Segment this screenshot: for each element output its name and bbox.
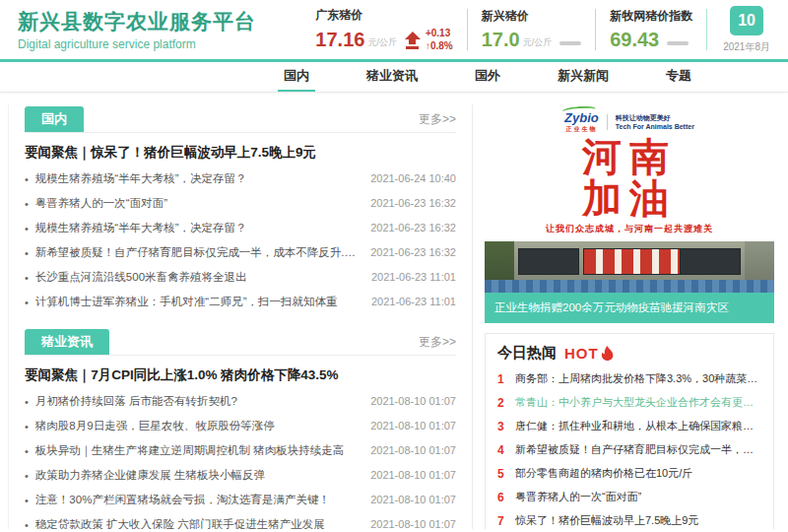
sidebar-column: Zybio 正业生物 科技让动物更美好 Tech For Animals Bet…	[473, 104, 776, 529]
news-item[interactable]: 稳定贷款政策 扩大收入保险 六部门联手促进生猪产业发展 2021-08-10 0…	[25, 512, 456, 529]
news-item[interactable]: 政策助力养猪企业健康发展 生猪板块小幅反弹 2021-08-10 01:07	[25, 463, 456, 488]
ticker-value: 17.16	[315, 29, 364, 51]
banner-headline-line2: 加油	[485, 177, 774, 219]
news-time: 2021-08-10 01:07	[370, 439, 456, 462]
news-time: 2021-08-10 01:07	[370, 513, 456, 529]
nav-tab[interactable]: 专题	[660, 62, 697, 92]
hot-rank: 6	[497, 491, 515, 504]
news-time: 2021-08-10 01:07	[370, 415, 456, 437]
news-column: 国内 更多>> 要闻聚焦｜惊呆了！猪价巨幅波动早上7.5晚上9元 规模生猪养殖场…	[8, 104, 473, 529]
ticker-price-index: 新牧网猪价指数 69.43	[596, 8, 706, 51]
zybio-logo-text: Zybio	[564, 110, 599, 125]
bullet-icon	[25, 438, 35, 463]
nav-tab-label: 国内	[284, 67, 309, 85]
ticker-label: 新兴猪价	[482, 8, 581, 25]
hot-rank: 5	[497, 467, 515, 481]
ticker-change: +0.13 ↑0.8%	[426, 28, 453, 52]
news-time: 2021-08-10 01:07	[370, 489, 456, 511]
news-item[interactable]: 月初猪价持续回落 后市能否有转折契机? 2021-08-10 01:07	[25, 389, 456, 414]
news-item[interactable]: 新希望被质疑！自产仔猪育肥目标仅完成一半，成本不降反升...... 2021-0…	[25, 240, 456, 265]
content-area: 国内 更多>> 要闻聚焦｜惊呆了！猪价巨幅波动早上7.5晚上9元 规模生猪养殖场…	[0, 93, 788, 529]
ticker-value: 69.43	[610, 29, 659, 51]
ticker-unit: 元/公斤	[367, 36, 397, 49]
hot-news-item[interactable]: 2 常青山：中小养户与大型龙头企业合作才会有更大的发展空间	[497, 395, 761, 410]
news-title: 规模生猪养殖场“半年大考核”，决定存留？	[35, 167, 359, 190]
news-item[interactable]: 规模生猪养殖场“半年大考核”，决定存留？ 2021-06-24 10:40	[25, 166, 456, 191]
hot-news-item-title: 惊呆了！猪价巨幅波动早上7.5晚上9元	[515, 513, 698, 528]
news-item[interactable]: 粤晋养猪人的一次“面对面” 2021-06-23 16:32	[25, 191, 456, 216]
flame-icon	[601, 346, 614, 361]
news-item[interactable]: 猪肉股8月9日走强，巨星农牧、牧原股份等涨停 2021-08-10 01:07	[25, 414, 456, 438]
site-subtitle: Digital agriculture service platform	[18, 37, 256, 51]
bullet-icon	[25, 463, 35, 488]
hot-news-list: 1 商务部：上周猪肉批发价格下降3.3%，30种蔬菜也降价 2 常青山：中小养户…	[497, 371, 761, 529]
bullet-icon	[25, 488, 35, 512]
news-item[interactable]: 注意！30%产栏闲置猪场就会亏损，淘汰选育是满产关键！ 2021-08-10 0…	[25, 488, 456, 512]
photo-vaccine-boxes	[583, 248, 684, 275]
news-time: 2021-06-23 11:01	[371, 291, 456, 313]
hot-news-header: 今日热闻 HOT	[497, 344, 761, 363]
more-link[interactable]: 更多>>	[419, 334, 456, 355]
bullet-icon	[25, 414, 35, 438]
photo-truck	[680, 248, 741, 275]
section-headline[interactable]: 要闻聚焦｜7月CPI同比上涨1.0% 猪肉价格下降43.5%	[25, 366, 456, 384]
hot-news-item[interactable]: 5 部分零售商超的猪肉价格已在10元/斤	[497, 466, 761, 481]
news-time: 2021-08-10 01:07	[370, 390, 456, 413]
site-title: 新兴县数字农业服务平台	[18, 8, 256, 35]
bullet-icon	[25, 216, 35, 240]
news-item[interactable]: 板块异动｜生猪生产将建立逆周期调控机制 猪肉板块持续走高 2021-08-10 …	[25, 438, 456, 463]
news-item[interactable]: 规模生猪养殖场“半年大考核”，决定存留？ 2021-06-23 16:32	[25, 216, 456, 240]
site-logo[interactable]: 新兴县数字农业服务平台 Digital agriculture service …	[18, 8, 256, 51]
news-title: 稳定贷款政策 扩大收入保险 六部门联手促进生猪产业发展	[35, 513, 359, 529]
ticker-label: 新牧网猪价指数	[610, 8, 692, 25]
section-headline[interactable]: 要闻聚焦｜惊呆了！猪价巨幅波动早上7.5晚上9元	[25, 144, 456, 162]
ticker-unit: 元/公斤	[523, 36, 553, 49]
news-title: 规模生猪养殖场“半年大考核”，决定存留？	[35, 217, 359, 239]
hot-news-item[interactable]: 1 商务部：上周猪肉批发价格下降3.3%，30种蔬菜也降价	[497, 371, 761, 386]
hot-rank: 2	[497, 396, 515, 410]
hot-news-item[interactable]: 4 新希望被质疑！自产仔猪育肥目标仅完成一半，成本不降反升......	[497, 442, 761, 457]
hot-news-panel: 今日热闻 HOT 1 商务部：上周猪肉批发价格下降3.3%，30种蔬菜也降价 2…	[485, 333, 774, 529]
section-tag[interactable]: 猪业资讯	[25, 329, 109, 355]
section-tag[interactable]: 国内	[25, 106, 84, 132]
hot-news-item-title: 商务部：上周猪肉批发价格下降3.3%，30种蔬菜也降价	[515, 371, 761, 386]
section-pig-industry: 猪业资讯 更多>> 要闻聚焦｜7月CPI同比上涨1.0% 猪肉价格下降43.5%…	[25, 329, 456, 529]
nav-tab[interactable]: 国内	[278, 62, 315, 92]
hot-news-item-title: 常青山：中小养户与大型龙头企业合作才会有更大的发展空间	[515, 395, 761, 410]
ad-banner[interactable]: Zybio 正业生物 科技让动物更美好 Tech For Animals Bet…	[485, 104, 774, 323]
news-item[interactable]: 长沙重点河流沿线500米畜禽养殖将全退出 2021-06-23 11:01	[25, 265, 456, 290]
news-title: 粤晋养猪人的一次“面对面”	[35, 192, 359, 215]
news-title: 政策助力养猪企业健康发展 生猪板块小幅反弹	[35, 464, 359, 487]
banner-slogan: 科技让动物更美好 Tech For Animals Better	[616, 113, 694, 131]
news-time: 2021-06-23 16:32	[370, 192, 456, 215]
news-item[interactable]: 计算机博士进军养猪业：手机对准“二师兄”，扫一扫就知体重 2021-06-23 …	[25, 290, 456, 314]
ticker-xinxing-price: 新兴猪价 17.0 元/公斤	[468, 8, 595, 51]
nav-tab[interactable]: 新兴新闻	[552, 62, 615, 92]
bullet-icon	[25, 240, 35, 265]
bullet-icon	[25, 166, 35, 191]
hot-rank: 7	[497, 514, 515, 528]
hot-news-item[interactable]: 3 唐仁健：抓住种业和耕地，从根本上确保国家粮食安全	[497, 419, 761, 433]
flat-trend-icon	[559, 41, 581, 45]
bullet-icon	[25, 265, 35, 290]
hot-news-item[interactable]: 7 惊呆了！猪价巨幅波动早上7.5晚上9元	[497, 513, 761, 528]
hot-badge: HOT	[564, 345, 599, 362]
hot-rank: 4	[497, 443, 515, 457]
news-title: 月初猪价持续回落 后市能否有转折契机?	[35, 390, 359, 413]
arrow-up-icon	[405, 32, 421, 49]
news-list: 规模生猪养殖场“半年大考核”，决定存留？ 2021-06-24 10:40 粤晋…	[25, 166, 456, 314]
nav-tab[interactable]: 猪业资讯	[361, 62, 424, 92]
banner-caption: 正业生物捐赠200余万元动物疫苗驰援河南灾区	[485, 293, 774, 323]
change-percent: ↑0.8%	[426, 40, 453, 53]
ticker-guangdong-price: 广东猪价 17.16 元/公斤 +0.13 ↑0.8%	[301, 7, 466, 52]
news-title: 新希望被质疑！自产仔猪育肥目标仅完成一半，成本不降反升......	[35, 241, 359, 264]
news-time: 2021-06-23 11:01	[371, 266, 456, 289]
nav-tab[interactable]: 国外	[469, 62, 506, 92]
photo-truck	[518, 248, 579, 275]
site-header: 新兴县数字农业服务平台 Digital agriculture service …	[0, 0, 788, 59]
hot-news-item[interactable]: 6 粤晋养猪人的一次“面对面”	[497, 490, 761, 504]
page: 新兴县数字农业服务平台 Digital agriculture service …	[0, 0, 788, 532]
banner-headline-line1: 河南	[485, 136, 774, 177]
bullet-icon	[25, 290, 35, 314]
more-link[interactable]: 更多>>	[419, 111, 456, 132]
